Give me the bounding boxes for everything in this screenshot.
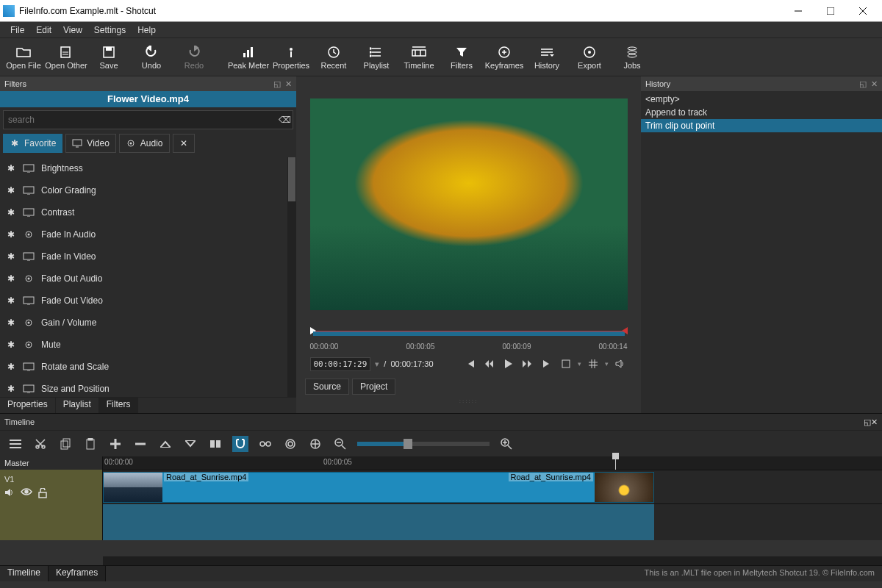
v1-track-content[interactable]: Road_at_Sunrise.mp4 Road_at_Sunrise.mp4: [103, 470, 882, 503]
ripple-all-icon[interactable]: [307, 436, 323, 452]
subtab-filters[interactable]: Filters: [99, 398, 139, 413]
open-file-button[interactable]: Open File: [3, 40, 44, 75]
filters-button[interactable]: Filters: [441, 40, 482, 75]
history-panel-header: History ◱ ✕: [641, 76, 882, 91]
zoom-slider-knob[interactable]: [404, 439, 412, 449]
menu-view[interactable]: View: [57, 24, 88, 37]
track-head-empty[interactable]: [0, 503, 103, 540]
filter-item[interactable]: ✱Contrast: [0, 201, 296, 223]
ripple-icon[interactable]: [282, 436, 298, 452]
subtab-playlist[interactable]: Playlist: [56, 398, 99, 413]
playhead[interactable]: [615, 456, 616, 470]
tab-favorite[interactable]: ✱Favorite: [3, 134, 62, 153]
recent-button[interactable]: Recent: [313, 40, 354, 75]
copy-icon[interactable]: [57, 436, 74, 452]
volume-button[interactable]: [613, 356, 628, 371]
video-preview[interactable]: [310, 98, 628, 310]
mute-track-icon[interactable]: [4, 488, 15, 498]
menu-settings[interactable]: Settings: [88, 24, 132, 37]
filter-item[interactable]: ✱Mute: [0, 334, 296, 356]
filter-item[interactable]: ✱Gain / Volume: [0, 312, 296, 334]
close-panel-icon[interactable]: ✕: [285, 79, 292, 89]
properties-button[interactable]: Properties: [270, 40, 312, 75]
timecode-current[interactable]: 00:00:17:29: [310, 357, 371, 371]
zoom-out-icon[interactable]: [332, 436, 348, 452]
peak-meter-button[interactable]: Peak Meter: [228, 40, 269, 75]
play-button[interactable]: [501, 356, 516, 371]
paste-icon[interactable]: [82, 436, 98, 452]
forward-button[interactable]: [520, 356, 535, 371]
keyframes-button[interactable]: Keyframes: [484, 40, 525, 75]
save-button[interactable]: Save: [88, 40, 129, 75]
undo-button[interactable]: Undo: [131, 40, 172, 75]
menu-edit[interactable]: Edit: [30, 24, 57, 37]
playlist-button[interactable]: Playlist: [356, 40, 397, 75]
remove-icon[interactable]: [132, 436, 148, 452]
filter-item[interactable]: ✱Rotate and Scale: [0, 356, 296, 378]
export-button[interactable]: Export: [569, 40, 610, 75]
undock-icon[interactable]: ◱: [864, 417, 871, 427]
master-track-head[interactable]: Master: [0, 456, 103, 470]
lock-track-icon[interactable]: [38, 488, 47, 498]
bottom-tab-keyframes[interactable]: Keyframes: [49, 566, 106, 581]
close-button[interactable]: [847, 1, 879, 21]
empty-track-content[interactable]: [103, 503, 654, 540]
add-icon[interactable]: [107, 436, 123, 452]
tab-audio[interactable]: Audio: [119, 134, 170, 153]
filter-item[interactable]: ✱Fade Out Audio: [0, 268, 296, 290]
history-button[interactable]: History: [526, 40, 567, 75]
split-icon[interactable]: [207, 436, 223, 452]
skip-next-button[interactable]: [539, 356, 554, 371]
history-item[interactable]: Trim clip out point: [641, 119, 882, 132]
open-other-button[interactable]: Open Other: [46, 40, 87, 75]
tab-video[interactable]: Video: [65, 134, 115, 153]
undock-icon[interactable]: ◱: [273, 79, 281, 89]
filter-item[interactable]: ✱Fade In Audio: [0, 223, 296, 245]
menu-file[interactable]: File: [4, 24, 30, 37]
lift-icon[interactable]: [157, 436, 173, 452]
close-panel-icon[interactable]: ✕: [871, 79, 878, 89]
timeline-button[interactable]: Timeline: [398, 40, 440, 75]
timeline-ruler[interactable]: 00:00:00 00:00:05: [103, 456, 882, 470]
filter-search-input[interactable]: [4, 115, 276, 125]
history-item[interactable]: <empty>: [641, 93, 882, 106]
minimize-button[interactable]: [782, 1, 814, 21]
redo-button[interactable]: Redo: [173, 40, 215, 75]
hide-track-icon[interactable]: [21, 488, 32, 498]
filter-item[interactable]: ✱Color Grading: [0, 179, 296, 201]
subtab-properties[interactable]: Properties: [0, 398, 56, 413]
zoom-slider[interactable]: [357, 442, 490, 446]
drag-handle[interactable]: ::::::: [459, 398, 478, 404]
bottom-tab-timeline[interactable]: Timeline: [0, 566, 49, 581]
filter-item[interactable]: ✱Fade Out Video: [0, 290, 296, 312]
close-panel-icon[interactable]: ✕: [871, 417, 878, 427]
cut-icon[interactable]: [32, 436, 49, 452]
rewind-button[interactable]: [482, 356, 497, 371]
scrollbar[interactable]: [287, 157, 296, 397]
maximize-button[interactable]: [814, 1, 847, 21]
timeline-clip[interactable]: Road_at_Sunrise.mp4 Road_at_Sunrise.mp4: [103, 472, 654, 503]
snap-icon[interactable]: [232, 436, 248, 452]
history-item[interactable]: Append to track: [641, 106, 882, 119]
clear-search-icon[interactable]: ⌫: [276, 115, 293, 125]
scrub-audio-icon[interactable]: [257, 436, 273, 452]
tab-source[interactable]: Source: [305, 379, 349, 395]
filter-item[interactable]: ✱Fade In Video: [0, 245, 296, 268]
scrollbar-thumb[interactable]: [288, 157, 295, 201]
tab-project[interactable]: Project: [352, 379, 395, 395]
close-filter-list-button[interactable]: ✕: [173, 134, 195, 153]
jobs-button[interactable]: Jobs: [612, 40, 653, 75]
grid-button[interactable]: [586, 356, 600, 371]
filter-item[interactable]: ✱Size and Position: [0, 378, 296, 397]
v1-track-head[interactable]: V1: [0, 470, 103, 503]
filter-item[interactable]: ✱Brightness: [0, 157, 296, 179]
overwrite-icon[interactable]: [182, 436, 198, 452]
skip-prev-button[interactable]: [463, 356, 478, 371]
zoom-fit-button[interactable]: [559, 356, 573, 371]
menu-icon[interactable]: [7, 436, 24, 452]
timeline-scrollbar[interactable]: [103, 556, 882, 565]
undock-icon[interactable]: ◱: [859, 79, 867, 89]
zoom-in-icon[interactable]: [498, 436, 514, 452]
scrub-bar[interactable]: [310, 331, 628, 341]
menu-help[interactable]: Help: [132, 24, 162, 37]
